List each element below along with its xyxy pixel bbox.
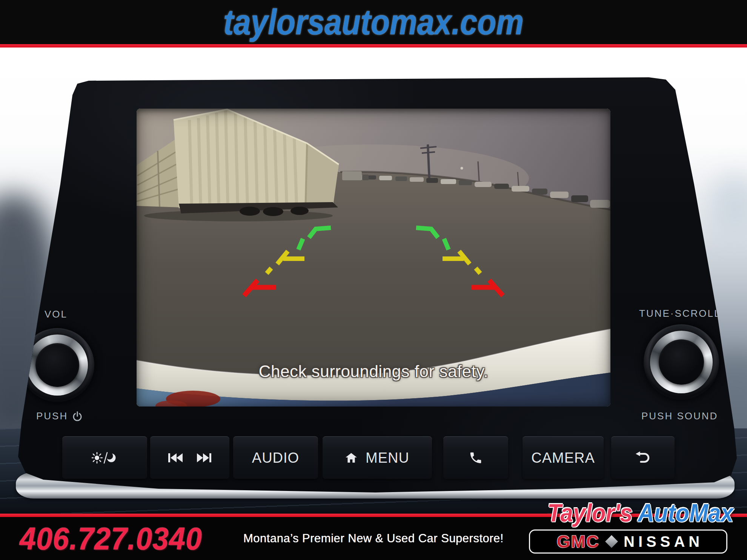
dashboard-photo: Check surroundings for safety. VOL PUSH xyxy=(0,48,747,514)
top-banner: taylorsautomax.com xyxy=(0,0,747,44)
knob-cap xyxy=(659,339,704,385)
phone-button[interactable] xyxy=(443,436,508,479)
head-unit: Check surroundings for safety. VOL PUSH xyxy=(0,48,747,514)
back-button[interactable] xyxy=(611,436,675,479)
home-icon xyxy=(345,453,357,463)
menu-button-label: MENU xyxy=(366,450,409,466)
audio-button[interactable]: AUDIO xyxy=(233,436,318,479)
tune-scroll-knob[interactable] xyxy=(644,324,719,400)
red-stripe-top xyxy=(0,44,747,48)
right-light-blur xyxy=(709,176,747,240)
dealer-logo-automax: AutoMax xyxy=(638,499,733,527)
dealer-logo: Taylor'sAutoMax xyxy=(547,499,733,527)
tune-knob-label: TUNE·SCROLL xyxy=(639,308,721,319)
skip-forward-icon xyxy=(195,452,213,463)
power-icon xyxy=(72,411,83,422)
seek-button[interactable] xyxy=(150,436,229,479)
nissan-logo: NISSAN xyxy=(624,533,703,550)
screen-vignette xyxy=(137,109,610,407)
power-push-label: PUSH xyxy=(36,410,83,422)
dealer-phone-number[interactable]: 406.727.0340 xyxy=(20,517,202,560)
volume-knob-label: VOL xyxy=(45,308,68,320)
knob-cap xyxy=(35,343,79,387)
brand-badge: GMC NISSAN xyxy=(529,529,727,554)
back-icon xyxy=(635,451,651,464)
dealer-tagline: Montana’s Premier New & Used Car Superst… xyxy=(234,517,513,560)
page: taylorsautomax.com xyxy=(0,0,747,560)
brightness-button[interactable] xyxy=(62,436,147,479)
camera-button-label: CAMERA xyxy=(531,450,595,466)
camera-screen[interactable]: Check surroundings for safety. xyxy=(137,109,610,407)
skip-back-icon xyxy=(167,452,184,463)
menu-button[interactable]: MENU xyxy=(323,436,432,479)
brightness-day-night-icon xyxy=(92,451,118,465)
gmc-logo: GMC xyxy=(557,531,599,552)
website-url[interactable]: taylorsautomax.com xyxy=(223,1,524,43)
diamond-separator-icon xyxy=(605,535,618,548)
camera-button[interactable]: CAMERA xyxy=(523,436,604,479)
dealer-logo-taylors: Taylor's xyxy=(547,499,632,527)
sound-push-label: PUSH SOUND xyxy=(641,410,718,422)
phone-icon xyxy=(469,451,483,465)
audio-button-label: AUDIO xyxy=(252,450,299,466)
